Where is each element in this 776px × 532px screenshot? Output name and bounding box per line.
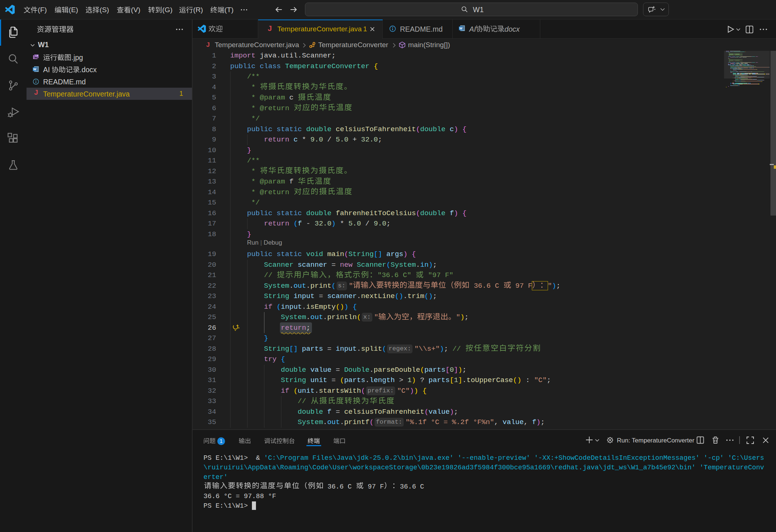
svg-text:W: W (33, 67, 36, 71)
svg-text:W: W (459, 27, 463, 30)
